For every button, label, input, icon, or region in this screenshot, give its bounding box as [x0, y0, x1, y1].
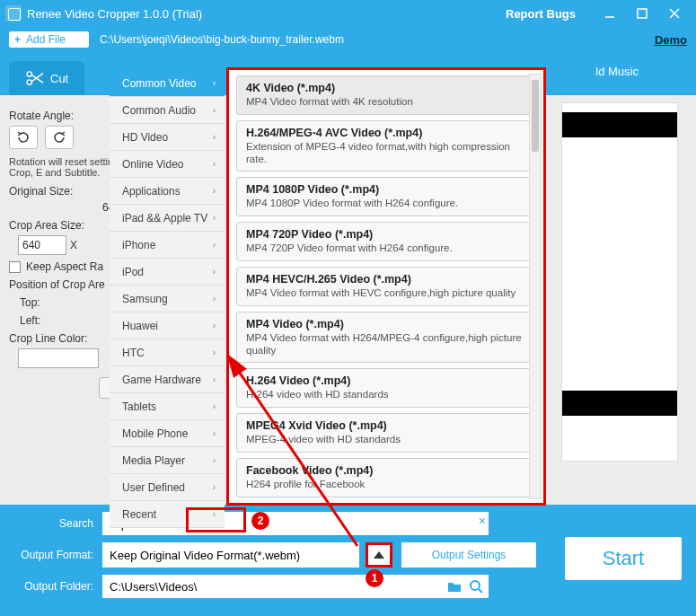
output-folder-label: Output Folder: — [13, 580, 93, 593]
demo-link[interactable]: Demo — [655, 33, 687, 47]
minimize-button[interactable] — [594, 3, 626, 24]
tab-music-partial[interactable]: ld Music — [595, 65, 639, 78]
formats-list: 4K Video (*.mp4)MP4 Video format with 4K… — [226, 67, 546, 506]
format-item[interactable]: H.264/MPEG-4 AVC Video (*.mp4)Extension … — [236, 120, 536, 172]
category-item[interactable]: Tablets› — [110, 393, 225, 420]
checkbox-icon — [9, 261, 21, 273]
format-item[interactable]: MP4 HEVC/H.265 Video (*.mp4)MP4 Video fo… — [236, 267, 536, 306]
category-item[interactable]: iPad && Apple TV› — [110, 205, 225, 232]
category-item[interactable]: iPod› — [110, 259, 225, 286]
svg-point-5 — [27, 80, 31, 84]
category-sidebar: Common Video›Common Audio›HD Video›Onlin… — [110, 70, 225, 528]
category-item[interactable]: Samsung› — [110, 286, 225, 312]
category-item[interactable]: User Defined› — [110, 474, 225, 501]
rotate-cw-button[interactable] — [45, 126, 74, 149]
category-item[interactable]: Applications› — [110, 178, 225, 205]
output-format-label: Output Format: — [13, 549, 93, 561]
preview-pane — [561, 102, 678, 462]
output-folder-value: C:\Users\Videos\ — [110, 580, 197, 594]
add-file-label: Add File — [26, 33, 66, 46]
tab-cut-label: Cut — [50, 72, 68, 85]
format-item[interactable]: H.264 Video (*.mp4)H.264 video with HD s… — [236, 368, 536, 408]
arrow-up-icon — [374, 551, 384, 559]
svg-point-4 — [27, 72, 31, 76]
svg-line-7 — [31, 74, 43, 82]
crop-color-input[interactable] — [18, 348, 99, 368]
svg-line-6 — [31, 75, 43, 83]
svg-point-9 — [471, 581, 480, 590]
crop-width-input[interactable]: 640 — [18, 235, 66, 255]
format-item[interactable]: 4K Video (*.mp4)MP4 Video format with 4K… — [236, 75, 536, 115]
search-folder-icon[interactable] — [469, 579, 483, 594]
format-item[interactable]: MP4 720P Video (*.mp4)MP4 720P Video for… — [236, 222, 536, 261]
category-item[interactable]: Common Audio› — [110, 97, 225, 124]
output-settings-button[interactable]: Output Settings — [401, 542, 536, 568]
plus-icon: + — [14, 33, 21, 46]
output-format-select[interactable]: Keep Original Video Format(*.webm) — [102, 542, 359, 568]
add-file-button[interactable]: + Add File — [9, 31, 89, 48]
window-title: Renee Video Cropper 1.0.0 (Trial) — [27, 7, 202, 21]
output-folder-input[interactable]: C:\Users\Videos\ — [102, 575, 489, 598]
app-icon — [5, 5, 22, 22]
start-button[interactable]: Start — [565, 537, 682, 580]
format-item[interactable]: MP4 1080P Video (*.mp4)MP4 1080P Video f… — [236, 177, 536, 216]
category-item[interactable]: Common Video› — [110, 70, 225, 97]
format-item[interactable]: MP4 Video (*.mp4)MP4 Video format with H… — [236, 312, 536, 364]
browse-folder-icon[interactable] — [447, 579, 462, 594]
category-item[interactable]: Game Hardware› — [110, 366, 225, 393]
scissors-icon — [25, 70, 45, 86]
category-item[interactable]: Huawei› — [110, 312, 225, 339]
preview-black-bot — [562, 391, 677, 416]
format-item[interactable]: Facebook Video (*.mp4)H264 profile for F… — [236, 458, 536, 497]
category-item[interactable]: Media Player› — [110, 447, 225, 474]
report-bugs-link[interactable]: Report Bugs — [506, 7, 576, 21]
tab-cut[interactable]: Cut — [9, 61, 84, 95]
keep-aspect-label: Keep Aspect Ra — [26, 260, 103, 273]
svg-rect-1 — [638, 9, 647, 18]
preview-black-top — [562, 112, 677, 137]
format-item[interactable]: MPEG4 Xvid Video (*.mp4)MPEG-4 video wit… — [236, 413, 536, 453]
formats-scrollbar[interactable] — [529, 74, 542, 499]
category-item[interactable]: iPhone› — [110, 232, 225, 259]
file-path: C:\Users\joeqi\Videos\big-buck-bunny_tra… — [100, 33, 344, 46]
category-item[interactable]: HTC› — [110, 339, 225, 366]
category-item[interactable]: Recent› — [110, 501, 225, 528]
crop-x-sep: X — [70, 239, 77, 251]
rotate-ccw-button[interactable] — [9, 126, 38, 149]
search-label: Search — [13, 517, 93, 530]
maximize-button[interactable] — [626, 3, 658, 24]
category-item[interactable]: HD Video› — [110, 124, 225, 151]
svg-line-10 — [479, 589, 482, 593]
output-format-dropdown-button[interactable] — [366, 542, 392, 568]
close-button[interactable] — [658, 3, 691, 24]
clear-search-icon[interactable]: × — [479, 514, 486, 528]
category-item[interactable]: Online Video› — [110, 151, 225, 178]
category-item[interactable]: Mobile Phone› — [110, 420, 225, 447]
